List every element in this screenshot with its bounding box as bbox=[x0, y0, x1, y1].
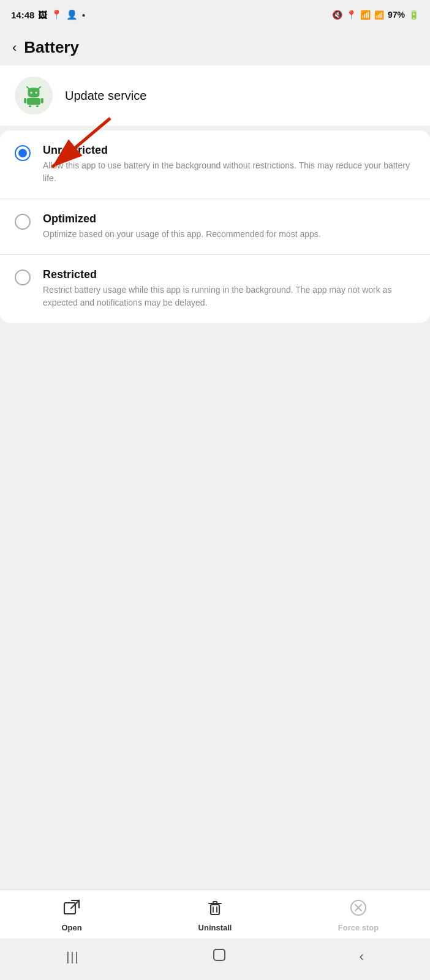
status-time: 14:48 bbox=[11, 10, 34, 20]
mute-icon: 🔇 bbox=[332, 10, 342, 20]
person-icon: 👤 bbox=[66, 9, 78, 20]
option-restricted-desc: Restrict battery usage while this app is… bbox=[43, 284, 415, 309]
app-name: Update service bbox=[65, 89, 146, 103]
option-unrestricted-text: Unrestricted Allow this app to use batte… bbox=[43, 144, 415, 185]
location-dot-icon: 📍 bbox=[51, 9, 62, 20]
svg-rect-11 bbox=[64, 903, 75, 914]
radio-restricted[interactable] bbox=[15, 270, 31, 285]
svg-rect-20 bbox=[214, 949, 225, 960]
bottom-action-bar: Open Uninstall Force stop bbox=[0, 889, 430, 938]
svg-rect-6 bbox=[41, 98, 43, 104]
status-right: 🔇 📍 📶 📶 97% 🔋 bbox=[332, 10, 419, 20]
wifi-icon: 📶 bbox=[360, 10, 371, 20]
option-unrestricted-title: Unrestricted bbox=[43, 144, 415, 157]
nav-recents-icon[interactable]: ||| bbox=[66, 950, 80, 964]
option-optimized-text: Optimized Optimize based on your usage o… bbox=[43, 213, 415, 241]
radio-unrestricted[interactable] bbox=[15, 145, 31, 161]
radio-unrestricted-dot bbox=[18, 149, 27, 157]
battery-percent: 97% bbox=[388, 10, 405, 20]
option-unrestricted[interactable]: Unrestricted Allow this app to use batte… bbox=[0, 130, 430, 199]
radio-optimized[interactable] bbox=[15, 214, 31, 230]
force-stop-label: Force stop bbox=[338, 923, 379, 932]
gallery-icon: 🖼 bbox=[38, 10, 47, 20]
options-card: Unrestricted Allow this app to use batte… bbox=[0, 130, 430, 323]
dot-icon: ● bbox=[81, 12, 85, 18]
trash-icon bbox=[206, 899, 224, 919]
uninstall-label: Uninstall bbox=[198, 923, 232, 932]
android-robot-icon bbox=[22, 84, 45, 107]
force-stop-icon bbox=[349, 899, 368, 919]
svg-rect-14 bbox=[211, 905, 219, 914]
svg-rect-4 bbox=[27, 98, 40, 105]
option-optimized-title: Optimized bbox=[43, 213, 415, 225]
force-stop-button: Force stop bbox=[334, 899, 383, 932]
app-icon-container bbox=[15, 77, 53, 115]
nav-back-icon[interactable]: ‹ bbox=[359, 949, 363, 965]
open-button[interactable]: Open bbox=[47, 899, 96, 932]
svg-rect-5 bbox=[24, 98, 26, 104]
option-restricted-text: Restricted Restrict battery usage while … bbox=[43, 268, 415, 309]
app-info-card: Update service bbox=[0, 66, 430, 126]
svg-point-3 bbox=[35, 92, 37, 94]
battery-icon: 🔋 bbox=[409, 10, 419, 20]
open-icon bbox=[62, 899, 81, 919]
options-section: Unrestricted Allow this app to use batte… bbox=[0, 130, 430, 328]
option-restricted-title: Restricted bbox=[43, 268, 415, 281]
svg-rect-8 bbox=[36, 105, 39, 107]
open-label: Open bbox=[61, 923, 81, 932]
header: ‹ Battery bbox=[0, 27, 430, 66]
uninstall-button[interactable]: Uninstall bbox=[190, 899, 240, 932]
location-icon: 📍 bbox=[346, 10, 356, 20]
system-nav-bar: ||| ‹ bbox=[0, 938, 430, 980]
spacer bbox=[0, 328, 430, 889]
option-restricted[interactable]: Restricted Restrict battery usage while … bbox=[0, 255, 430, 323]
option-optimized-desc: Optimize based on your usage of this app… bbox=[43, 228, 415, 241]
svg-rect-7 bbox=[29, 105, 31, 107]
status-bar: 14:48 🖼 📍 👤 ● 🔇 📍 📶 📶 97% 🔋 bbox=[0, 0, 430, 27]
svg-point-2 bbox=[30, 92, 32, 94]
option-unrestricted-desc: Allow this app to use battery in the bac… bbox=[43, 159, 415, 185]
nav-home-icon[interactable] bbox=[212, 948, 227, 966]
status-left: 14:48 🖼 📍 👤 ● bbox=[11, 9, 85, 20]
signal-icon: 📶 bbox=[374, 10, 384, 20]
option-optimized[interactable]: Optimized Optimize based on your usage o… bbox=[0, 199, 430, 255]
page-title: Battery bbox=[24, 38, 79, 57]
back-button[interactable]: ‹ bbox=[12, 40, 17, 56]
